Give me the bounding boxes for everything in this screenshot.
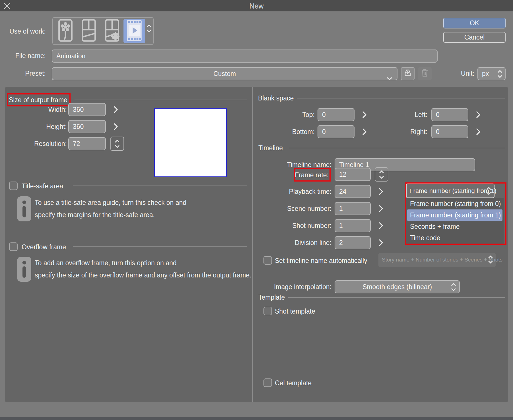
info-icon [17,196,31,223]
blank-space-divider [297,98,505,98]
blank-bottom-input[interactable]: 0 [318,125,355,138]
overflow-frame-label: Overflow frame [22,243,66,251]
dropdown-option[interactable]: Frame number (starting from 0) [406,198,504,209]
size-of-output-frame-title: Size of output frame [9,96,67,104]
auto-name-format-dropdown: Story name + Number of stories + Scenes … [378,253,496,267]
chevron-right-icon [378,188,384,195]
work-type-animation[interactable] [123,19,145,43]
title-bar: New [0,0,513,11]
delete-preset-button[interactable] [418,67,432,80]
image-interpolation-select[interactable]: Smooth edges (bilinear) [335,280,460,293]
dropdown-option-selected[interactable]: Frame number (starting from 1) [407,209,502,221]
auto-name-spinner [488,256,493,263]
use-of-work-group [52,17,154,45]
time-display-selected: Frame number (starting from 1) [409,187,496,195]
scene-number-input[interactable]: 1 [335,202,371,215]
time-display-spinner [486,187,492,195]
chevron-right-icon [362,111,367,119]
blank-top-expander[interactable] [362,111,367,120]
preset-label: Preset: [0,70,46,77]
cancel-button[interactable]: Cancel [443,32,506,43]
column-divider [252,87,253,402]
comic-settings-icon [105,19,120,43]
template-divider [288,297,505,298]
file-name-input[interactable]: Animation [52,50,438,63]
work-type-spinner[interactable] [146,24,152,32]
dropdown-option[interactable]: Seconds + frame [406,221,504,232]
timeline-title: Timeline [258,144,283,152]
blank-top-input[interactable]: 0 [318,108,355,121]
time-display-combo[interactable]: Frame number (starting from 1) [406,184,495,198]
title-safe-checkbox[interactable] [9,182,18,190]
save-preset-icon [403,69,412,79]
section-divider [75,100,247,100]
unit-label: Unit: [444,70,474,77]
animation-icon [126,19,142,43]
division-line-label: Division line: [260,239,331,247]
info-icon [17,257,31,283]
auto-timeline-name-checkbox[interactable] [263,256,272,265]
chevron-down-icon [386,72,393,84]
playback-time-input[interactable]: 24 [335,185,371,198]
height-expander[interactable] [113,123,118,132]
shot-template-checkbox[interactable] [263,307,272,315]
unit-spinner [497,70,503,78]
chevron-right-icon [113,106,118,114]
blank-left-expander[interactable] [476,111,481,120]
image-interpolation-value: Smooth edges (bilinear) [362,283,432,291]
dropdown-option[interactable]: Time code [406,232,504,244]
preset-value: Custom [213,70,236,77]
chevron-right-icon [378,239,384,247]
chevron-up-icon [146,24,152,28]
chevron-up-icon [114,140,120,143]
time-display-dropdown-list: Frame number (starting from 0) Frame num… [406,198,504,244]
shot-number-input[interactable]: 1 [335,219,371,232]
resolution-input[interactable]: 72 [68,137,106,150]
blank-bottom-label: Bottom: [272,128,315,136]
chevron-right-icon [476,128,481,136]
blank-bottom-expander[interactable] [362,128,367,137]
resolution-stepper[interactable] [110,137,124,151]
unit-select[interactable]: px [477,67,506,80]
work-type-comic-settings[interactable] [101,19,123,43]
shot-number-label: Shot number: [260,222,331,230]
auto-name-format-value: Story name + Number of stories + Scenes … [382,257,502,263]
file-name-label: File name: [0,52,46,60]
unit-value: px [482,70,489,77]
blank-space-title: Blank space [258,94,294,102]
frame-rate-stepper[interactable] [375,167,388,182]
width-input[interactable]: 360 [68,103,106,116]
ok-button[interactable]: OK [443,18,506,28]
shot-template-label: Shot template [275,308,315,315]
cel-template-checkbox[interactable] [263,378,272,387]
preset-dropdown[interactable]: Custom [52,67,397,80]
shot-expander[interactable] [378,222,384,231]
chevron-down-icon [379,176,384,179]
height-input[interactable]: 360 [68,120,106,133]
save-preset-button[interactable] [401,67,415,80]
image-interpolation-label: Image interpolation: [260,283,331,291]
height-label: Height: [16,123,67,131]
window-title: New [0,2,513,10]
scene-expander[interactable] [378,205,384,214]
illustration-icon [58,19,73,43]
overflow-frame-checkbox[interactable] [9,242,18,251]
title-safe-info-line2: specify the margins for the title-safe a… [35,211,155,219]
overflow-info-line1: To add an overflow frame, turn this opti… [35,259,177,267]
division-expander[interactable] [378,239,384,248]
chevron-right-icon [378,222,384,230]
auto-timeline-name-label: Set timeline name automatically [275,257,367,265]
playback-expander[interactable] [378,188,384,197]
blank-top-label: Top: [272,111,315,119]
chevron-right-icon [113,123,118,131]
division-line-input[interactable]: 2 [335,236,371,249]
work-type-illustration[interactable] [55,19,76,43]
width-expander[interactable] [113,106,118,115]
cel-template-label: Cel template [275,379,312,387]
frame-rate-input[interactable]: 12 [335,168,371,181]
blank-left-input[interactable]: 0 [431,108,468,121]
blank-right-expander[interactable] [476,128,481,137]
work-type-comic[interactable] [78,19,100,43]
blank-right-input[interactable]: 0 [431,125,468,138]
overflow-info-line2: specify the size of the overflow frame a… [35,271,252,279]
